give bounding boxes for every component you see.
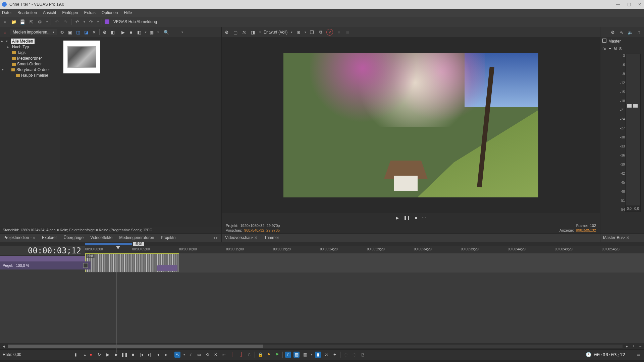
media-tree[interactable]: ▸▾Alle Medien ▸Nach Typ Tags Medienordne… bbox=[0, 37, 60, 227]
tab-projektmedien[interactable]: Projektmedien▫ ✕ bbox=[3, 234, 35, 241]
quantize-icon[interactable]: ▦ bbox=[293, 352, 300, 358]
downmix-icon[interactable]: 🔈 bbox=[627, 29, 633, 35]
media-thumb[interactable] bbox=[63, 41, 100, 73]
scroll-thumb[interactable] bbox=[8, 345, 263, 348]
region-icon[interactable]: ⚑ bbox=[274, 352, 280, 358]
trim-left-icon[interactable]: ⇤ bbox=[221, 352, 227, 358]
video-fx-icon[interactable]: fx bbox=[241, 29, 247, 35]
timeline-tracks[interactable]: 00:00:00;0000:00:05;0000:00:10;0000:00:1… bbox=[85, 246, 644, 273]
play-start-button[interactable]: ▶ bbox=[105, 352, 111, 358]
trim-right-icon[interactable]: ⎦ bbox=[238, 352, 244, 358]
go-start-button[interactable]: |◂ bbox=[138, 352, 144, 358]
whatsthis-icon[interactable]: ⍰ bbox=[360, 352, 366, 358]
rate-reset-icon[interactable]: ▴ bbox=[82, 352, 88, 358]
master-sub[interactable]: fx ✦ M S bbox=[600, 45, 644, 52]
capture-icon[interactable]: ⟲ bbox=[59, 29, 65, 35]
view-icon[interactable]: ▦ bbox=[149, 29, 155, 35]
split-icon[interactable]: ◨ bbox=[250, 29, 256, 35]
menu-optionen[interactable]: Optionen bbox=[102, 10, 118, 15]
video-lane[interactable]: ohd bbox=[85, 253, 644, 272]
tab-mediengeneratoren[interactable]: Mediengeneratoren bbox=[119, 234, 154, 241]
scopes-icon[interactable]: ≡ bbox=[336, 29, 342, 35]
preview-props-icon[interactable]: ⚙ bbox=[224, 29, 230, 35]
preview-quality[interactable]: Entwurf (Voll) bbox=[264, 30, 287, 35]
loop-region[interactable] bbox=[85, 243, 132, 245]
timeline-scrollbar[interactable]: ◂ ▸ + − bbox=[0, 343, 644, 349]
pause-button[interactable]: ❚❚ bbox=[121, 352, 127, 358]
remove2-icon[interactable]: ✕ bbox=[91, 29, 97, 35]
media-fx-icon[interactable]: ◫ bbox=[75, 29, 81, 35]
properties-icon[interactable]: ⚙ bbox=[37, 19, 43, 25]
remove-icon[interactable]: ◪ bbox=[83, 29, 89, 35]
autoplay-icon[interactable]: ◧ bbox=[136, 29, 142, 35]
tab-trimmer[interactable]: Trimmer bbox=[264, 235, 279, 240]
split-icon[interactable]: ⎥ bbox=[229, 352, 235, 358]
tree-medienordner[interactable]: Medienordner bbox=[17, 56, 42, 61]
timeline-empty[interactable] bbox=[0, 261, 644, 343]
redo-icon[interactable]: ↷ bbox=[62, 19, 68, 25]
copy-snap-icon[interactable]: ❐ bbox=[309, 29, 315, 35]
redo2-icon[interactable]: ↷ bbox=[88, 19, 94, 25]
close-button[interactable]: ✕ bbox=[637, 2, 642, 7]
stop-button[interactable]: ■ bbox=[130, 352, 136, 358]
tree-nach-typ[interactable]: Nach Typ bbox=[12, 44, 29, 50]
snap-markers-icon[interactable]: ▮ bbox=[315, 352, 321, 358]
go-end-button[interactable]: ▸| bbox=[147, 352, 153, 358]
marker-lock-icon[interactable]: ⎍ bbox=[246, 352, 252, 358]
minimize-button[interactable]: — bbox=[616, 2, 621, 7]
open-icon[interactable]: 📁 bbox=[11, 19, 17, 25]
play-media-icon[interactable]: ▶ bbox=[120, 29, 126, 35]
crossfade-icon[interactable]: ⤭ bbox=[323, 352, 329, 358]
import-media-button[interactable]: Medien importieren... ▾ bbox=[10, 29, 57, 35]
menu-einfuegen[interactable]: Einfügen bbox=[62, 10, 78, 15]
rate-marker-icon[interactable]: ▮ bbox=[72, 352, 78, 358]
menu-bearbeiten[interactable]: Bearbeiten bbox=[17, 10, 37, 15]
menu-hilfe[interactable]: Hilfe bbox=[124, 10, 132, 15]
timeline-ruler[interactable]: 00:00:00;0000:00:05;0000:00:10;0000:00:1… bbox=[85, 246, 644, 254]
lock-icon[interactable]: 🔒 bbox=[257, 352, 263, 358]
stop-icon[interactable]: ■ bbox=[415, 216, 417, 220]
media-home-icon[interactable]: ⌂ bbox=[2, 29, 8, 35]
tree-tags[interactable]: Tags bbox=[17, 50, 25, 56]
record-button[interactable]: ● bbox=[88, 352, 94, 358]
play-icon[interactable]: ▶ bbox=[396, 216, 399, 220]
menu-ansicht[interactable]: Ansicht bbox=[43, 10, 56, 15]
scroll-left-icon[interactable]: ◂ bbox=[1, 344, 6, 349]
next-frame-button[interactable]: ▸ bbox=[163, 352, 169, 358]
record-indicator-icon[interactable]: V bbox=[326, 29, 333, 36]
new-project-icon[interactable]: ▫ bbox=[2, 19, 8, 25]
external-icon[interactable]: ▢ bbox=[232, 29, 238, 35]
zoom-out-icon[interactable]: − bbox=[638, 344, 643, 349]
auto-ripple-icon[interactable]: ⟲ bbox=[204, 352, 210, 358]
tab-explorer[interactable]: Explorer bbox=[42, 234, 57, 241]
maximize-button[interactable]: ▢ bbox=[627, 2, 631, 7]
auto-crossfade-icon[interactable]: ✦ bbox=[332, 352, 338, 358]
dim-icon[interactable]: ∿ bbox=[619, 29, 625, 35]
cut-icon[interactable]: ✕ bbox=[213, 352, 219, 358]
selection-icon[interactable]: ▭ bbox=[196, 352, 202, 358]
snap-icon[interactable]: ⎎ bbox=[187, 352, 194, 358]
fit-icon[interactable]: ▭ bbox=[635, 352, 641, 358]
media-props-icon[interactable]: ⚙ bbox=[102, 29, 108, 35]
hub-label[interactable]: VEGAS Hub Abmeldung bbox=[113, 19, 157, 24]
normal-edit-tool[interactable]: ↖ bbox=[174, 352, 180, 358]
mixer-props-icon[interactable]: ⚙ bbox=[610, 29, 616, 35]
menu-extras[interactable]: Extras bbox=[84, 10, 96, 15]
playhead[interactable] bbox=[116, 246, 120, 249]
clip-fx-icon[interactable] bbox=[157, 265, 177, 271]
tab-projektnotizen[interactable]: Projektn bbox=[161, 234, 175, 241]
tab-videoeffekte[interactable]: Videoeffekte bbox=[90, 234, 112, 241]
undo2-icon[interactable]: ↶ bbox=[74, 19, 80, 25]
prev-frame-button[interactable]: ◂ bbox=[155, 352, 161, 358]
tree-haupt-timeline[interactable]: Haupt-Timeline bbox=[21, 73, 48, 78]
tree-storyboard[interactable]: Storyboard-Ordner bbox=[16, 67, 50, 73]
tab-videovorschau[interactable]: Videovorschau▫ ✕ bbox=[225, 235, 258, 240]
search-icon[interactable]: 🔍 bbox=[163, 29, 169, 35]
scroll-right-icon[interactable]: ▸ bbox=[625, 344, 629, 349]
snap-enable-icon[interactable]: ⎍ bbox=[285, 352, 291, 358]
more-icon[interactable]: ⋯ bbox=[422, 216, 426, 220]
loop-button[interactable]: ↻ bbox=[96, 352, 102, 358]
save-snap-icon[interactable]: ⧉ bbox=[318, 29, 324, 35]
tree-smart-ordner[interactable]: Smart-Ordner bbox=[17, 61, 42, 67]
save-icon[interactable]: 💾 bbox=[19, 19, 25, 25]
